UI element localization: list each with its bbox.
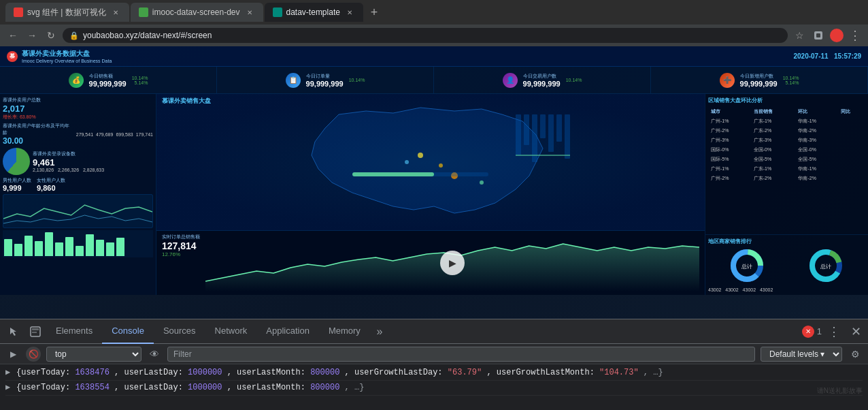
- right-top-title: 区域销售大盘环比分析: [708, 97, 865, 104]
- donut-row: 总计 总计: [708, 247, 865, 285]
- users-icon: 👤: [503, 73, 518, 88]
- stat-label-new-users: 今日新增用户数: [740, 73, 778, 80]
- console-line-1: ▶ {userToday: 1638476 , userLastDay: 100…: [5, 366, 863, 381]
- extensions-icon[interactable]: [811, 28, 826, 43]
- browser-chrome: svg 组件 | 数据可视化 ✕ imooc-datav-screen-dev …: [0, 0, 868, 46]
- table-row: 广州-2%广东-2%华南-2%: [710, 127, 864, 135]
- nav-right: ☆ ⋮: [792, 28, 863, 43]
- filter-input[interactable]: [167, 347, 755, 362]
- stat-info-orders: 今日订单量 99,999,999: [306, 73, 344, 88]
- stat-label-orders: 今日订单量: [306, 73, 344, 80]
- devtools-close-button[interactable]: ✕: [846, 322, 865, 341]
- tab-network[interactable]: Network: [205, 319, 257, 344]
- stat-item-users: 👤 今日交易用户数 99,999,999 10.14%: [434, 67, 651, 93]
- devtools-panel: Elements Console Sources Network Applica…: [0, 319, 868, 410]
- svg-rect-26: [32, 328, 39, 330]
- bar-chart: [3, 230, 153, 257]
- console-settings-icon[interactable]: ⚙: [848, 347, 863, 362]
- svg-rect-27: [32, 332, 37, 333]
- tab-memory[interactable]: Memory: [319, 319, 370, 344]
- age-value: 30.00: [3, 136, 73, 146]
- console-line-2: ▶ {userToday: 1638554 , userLastDay: 100…: [5, 381, 863, 396]
- svg-rect-7: [516, 114, 521, 155]
- device-value: 9,461: [33, 157, 104, 168]
- chrome-menu-icon[interactable]: ⋮: [848, 28, 863, 43]
- clear-console-button[interactable]: 🚫: [26, 347, 41, 362]
- forward-button[interactable]: →: [24, 28, 39, 43]
- svg-point-5: [405, 160, 409, 164]
- age-label: 慕课外卖用户年龄分布及平均年龄: [3, 123, 73, 136]
- device-label: 慕课外卖登录设备数: [33, 151, 104, 157]
- back-button[interactable]: ←: [5, 28, 20, 43]
- profile-icon[interactable]: [830, 29, 844, 42]
- svg-point-3: [439, 163, 443, 168]
- svg-rect-10: [540, 114, 546, 138]
- sales-total-stat: 实时订单总销售额 127,814 12.76%: [162, 234, 200, 292]
- browser-tab-2[interactable]: imooc-datav-screen-dev ✕: [131, 3, 263, 22]
- stat-label-sales: 今日销售额: [89, 73, 127, 80]
- expand-arrow-2[interactable]: ▶: [5, 382, 14, 394]
- age-stats: 279,541479,689699,583179,741: [76, 132, 153, 137]
- devtools-tabs: Elements Console Sources Network Applica…: [0, 319, 868, 344]
- stat-change-sales: 10.14% 5.14%: [132, 76, 148, 85]
- dashboard-title-en: Imooc Delivery Overview of Business Data: [22, 59, 112, 63]
- table-row: 国际-0%全国-0%全国-0%: [710, 146, 864, 154]
- context-selector[interactable]: top: [46, 347, 141, 362]
- reg-users-label: 慕课外卖用户总数: [3, 97, 41, 104]
- chart-value: 127,814: [162, 240, 200, 251]
- col-current: 当前销售: [752, 108, 796, 116]
- tab-application[interactable]: Application: [256, 319, 319, 344]
- run-button[interactable]: ▶: [5, 347, 20, 362]
- eye-icon[interactable]: 👁: [147, 347, 162, 362]
- browser-tab-1[interactable]: svg 组件 | 数据可视化 ✕: [5, 3, 129, 22]
- inspect-tool-icon[interactable]: [24, 319, 46, 344]
- region-table: 城市 当前销售 环比 同比 广州-1%广东-1%华南-1% 广州-2%广东-2%…: [708, 106, 865, 184]
- more-tabs-button[interactable]: »: [370, 322, 389, 341]
- tab-sources[interactable]: Sources: [154, 319, 205, 344]
- devtools-menu-button[interactable]: ⋮: [824, 322, 844, 341]
- svg-rect-1: [816, 33, 820, 37]
- tab-console[interactable]: Console: [102, 319, 154, 344]
- tab3-title: datav-template: [286, 7, 340, 17]
- dashboard-main: 慕课外卖用户总数 2,017 增长率: 63.80% 慕课外卖用户年龄分布及平均…: [0, 94, 868, 295]
- stat-value-orders: 99,999,999: [306, 80, 344, 88]
- stat-change-new-users: 10.14% 5.14%: [783, 76, 799, 85]
- watermark: 请N送礼影故事: [817, 386, 863, 396]
- table-row: 国际-5%全国-5%全国-5%: [710, 155, 864, 163]
- console-toolbar: ▶ 🚫 top 👁 Default levels ▾ ⚙: [0, 344, 868, 364]
- right-top: 区域销售大盘环比分析 城市 当前销售 环比 同比 广州-1%广东-1%华南-1%: [705, 94, 868, 235]
- tab2-favicon: [139, 7, 148, 17]
- stat-value-sales: 99,999,999: [89, 80, 127, 88]
- new-tab-button[interactable]: +: [365, 3, 384, 22]
- tab3-close[interactable]: ✕: [344, 7, 355, 18]
- svg-text:总计: 总计: [820, 264, 831, 270]
- table-row: 广州-1%广东-1%华南-1%: [710, 117, 864, 125]
- tab-elements[interactable]: Elements: [46, 319, 102, 344]
- tab-bar: svg 组件 | 数据可视化 ✕ imooc-datav-screen-dev …: [0, 0, 868, 25]
- chart-growth: 12.76%: [162, 251, 200, 257]
- tab-network-label: Network: [215, 326, 248, 336]
- expand-arrow-1[interactable]: ▶: [5, 367, 14, 379]
- map-area: 慕课外卖销售大盘: [156, 94, 705, 230]
- tab1-close[interactable]: ✕: [110, 7, 121, 18]
- donut-chart-1: 总计: [729, 247, 766, 285]
- cursor-tool-icon[interactable]: [3, 319, 24, 344]
- svg-text:总计: 总计: [741, 264, 752, 270]
- left-panel: 慕课外卖用户总数 2,017 增长率: 63.80% 慕课外卖用户年龄分布及平均…: [0, 94, 156, 295]
- tab2-close[interactable]: ✕: [244, 7, 255, 18]
- browser-tab-3[interactable]: datav-template ✕: [265, 3, 363, 22]
- bookmark-icon[interactable]: ☆: [792, 28, 807, 43]
- stat-item-sales: 💰 今日销售额 99,999,999 10.14% 5.14%: [0, 67, 217, 93]
- tab-elements-label: Elements: [56, 326, 93, 336]
- right-panel: 区域销售大盘环比分析 城市 当前销售 环比 同比 广州-1%广东-1%华南-1%: [705, 94, 868, 295]
- play-button[interactable]: ▶: [440, 251, 465, 275]
- address-bar[interactable]: 🔒 youbaobao.xyz/datav-next/#/screen: [63, 28, 788, 43]
- right-bottom-title: 地区商家销售排行: [708, 238, 865, 245]
- levels-selector[interactable]: Default levels ▾: [761, 347, 842, 362]
- lock-icon: 🔒: [69, 31, 79, 40]
- line-chart-area: ▶: [205, 234, 699, 292]
- refresh-button[interactable]: ↻: [44, 28, 59, 43]
- donut-chart-2: 总计: [807, 247, 845, 285]
- growth-label: 增长率: 63.80%: [3, 114, 41, 121]
- male-value: 9,999: [3, 184, 31, 192]
